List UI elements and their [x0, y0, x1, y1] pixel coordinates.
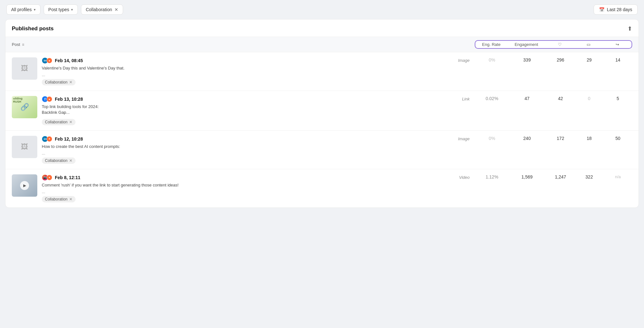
post-text: How to create the best AI content prompt… — [42, 144, 458, 149]
post-left: 🖼 in ● Feb 12, 10:28 How to create the b… — [12, 136, 458, 164]
tag-label: Collaboration — [45, 197, 68, 201]
heart-icon: ♡ — [558, 42, 562, 47]
post-content: in ● Feb 14, 08:45 Valentine's Day this … — [42, 57, 458, 85]
eng-rate-value: 1.12% — [476, 174, 508, 179]
eng-rate-label: Eng. Rate — [482, 42, 501, 47]
eng-rate-value: 0.02% — [476, 96, 508, 101]
social-icons: f ● — [42, 96, 52, 102]
collaboration-close-button[interactable]: ✕ — [114, 7, 118, 12]
card-header: Published posts ⬆ — [5, 19, 639, 37]
tag-remove-button[interactable]: ✕ — [69, 158, 72, 163]
metrics-header-box: Eng. Rate Engagement ♡ ▭ ↪ — [475, 40, 632, 49]
row-inner: 🖼 in ● Feb 12, 10:28 How to create the b… — [12, 136, 632, 164]
likes-value: 296 — [546, 57, 575, 62]
all-profiles-label: All profiles — [11, 7, 32, 12]
shares-value: 14 — [604, 57, 632, 62]
post-left: ▶ 📷 ● Feb 8, 12:11 Comment 'rush' if you… — [12, 174, 459, 202]
post-types-filter[interactable]: Post types ▾ — [44, 4, 78, 15]
shares-value: n/a — [604, 174, 632, 179]
engagement-value: 240 — [508, 136, 546, 141]
post-ellipsis: ... — [42, 72, 458, 77]
shares-value: 5 — [604, 96, 632, 101]
export-button[interactable]: ⬆ — [627, 25, 632, 32]
calendar-icon: 📅 — [599, 7, 604, 12]
thumb-text-overlay: uildingRUSH — [13, 97, 23, 104]
tag-label: Collaboration — [45, 158, 68, 163]
post-metrics: 0.02% 47 42 0 5 — [476, 96, 632, 101]
comments-value: 322 — [575, 174, 604, 179]
brand-orange-icon: ● — [47, 175, 52, 180]
post-meta: 📷 ● Feb 8, 12:11 — [42, 174, 459, 181]
post-metrics: 0% 339 296 29 14 — [476, 57, 632, 62]
comments-value: 0 — [575, 96, 604, 101]
tag-label: Collaboration — [45, 120, 68, 124]
table-row: 🔗 uildingRUSH f ● Feb 13, 10:28 Top link… — [5, 91, 639, 130]
tag-remove-button[interactable]: ✕ — [69, 120, 72, 124]
engagement-label: Engagement — [515, 42, 538, 47]
post-text: Valentine's Day this and Valentine's Day… — [42, 65, 458, 71]
post-types-chevron: ▾ — [71, 8, 73, 12]
date-range-button[interactable]: 📅 Last 28 days — [594, 4, 638, 15]
eng-rate-value: 0% — [476, 57, 508, 62]
date-range-label: Last 28 days — [607, 7, 632, 12]
post-metrics: 0% 240 172 18 50 — [476, 136, 632, 141]
post-types-label: Post types — [48, 7, 69, 12]
all-profiles-chevron: ▾ — [34, 8, 36, 12]
post-thumbnail: ▶ — [12, 174, 37, 197]
post-meta: in ● Feb 14, 08:45 — [42, 57, 458, 64]
eng-rate-value: 0% — [476, 136, 508, 141]
post-ellipsis: ... — [42, 151, 458, 156]
tag-label: Collaboration — [45, 80, 68, 84]
image-placeholder-icon: 🖼 — [21, 143, 28, 151]
post-type: Link — [462, 96, 470, 101]
likes-header: ♡ — [545, 42, 574, 47]
comments-value: 18 — [575, 136, 604, 141]
engagement-value: 1,569 — [508, 174, 546, 179]
post-date: Feb 13, 10:28 — [55, 97, 83, 102]
published-posts-card: Published posts ⬆ Post ≡ Eng. Rate Engag… — [5, 19, 639, 208]
collaboration-tag: Collaboration ✕ — [42, 157, 76, 164]
post-middle: Image — [458, 57, 476, 63]
comments-value: 29 — [575, 57, 604, 62]
post-type: Image — [458, 136, 470, 141]
collaboration-filter-active: Collaboration ✕ — [81, 4, 123, 15]
eng-rate-header: Eng. Rate — [475, 42, 507, 47]
post-type: Image — [458, 57, 470, 63]
post-sort-icon[interactable]: ≡ — [22, 42, 24, 47]
post-type: Video — [459, 174, 470, 180]
filter-group: All profiles ▾ Post types ▾ Collaboratio… — [6, 4, 123, 15]
post-left: 🔗 uildingRUSH f ● Feb 13, 10:28 Top link… — [12, 96, 462, 125]
tag-remove-button[interactable]: ✕ — [69, 80, 72, 84]
post-metrics: 1.12% 1,569 1,247 322 n/a — [476, 174, 632, 179]
social-icons: 📷 ● — [42, 174, 52, 181]
top-bar: All profiles ▾ Post types ▾ Collaboratio… — [0, 0, 644, 19]
brand-orange-icon: ● — [47, 136, 52, 142]
post-thumbnail: 🔗 uildingRUSH — [12, 96, 37, 118]
brand-orange-icon: ● — [47, 96, 52, 102]
post-ellipsis: ... — [42, 189, 459, 194]
row-inner: 🔗 uildingRUSH f ● Feb 13, 10:28 Top link… — [12, 96, 632, 125]
collaboration-tag: Collaboration ✕ — [42, 79, 76, 85]
post-column-header: Post ≡ — [12, 42, 475, 47]
post-col-label: Post — [12, 42, 20, 47]
engagement-header: Engagement — [507, 42, 545, 47]
post-left: 🖼 in ● Feb 14, 08:45 Valentine's Day thi… — [12, 57, 458, 85]
table-row: 🖼 in ● Feb 12, 10:28 How to create the b… — [5, 131, 639, 169]
play-button-icon: ▶ — [20, 181, 29, 190]
all-profiles-filter[interactable]: All profiles ▾ — [6, 4, 40, 15]
image-placeholder-icon: 🖼 — [21, 64, 28, 73]
post-content: 📷 ● Feb 8, 12:11 Comment 'rush' if you w… — [42, 174, 459, 202]
post-middle: Link — [462, 96, 476, 101]
post-middle: Image — [458, 136, 476, 141]
post-content: f ● Feb 13, 10:28 Top link building tool… — [42, 96, 462, 125]
engagement-value: 339 — [508, 57, 546, 62]
tag-remove-button[interactable]: ✕ — [69, 197, 72, 201]
table-row: ▶ 📷 ● Feb 8, 12:11 Comment 'rush' if you… — [5, 169, 639, 208]
post-thumbnail: 🖼 — [12, 57, 37, 80]
post-meta: in ● Feb 12, 10:28 — [42, 136, 458, 142]
post-text: Top link building tools for 2024:Backlin… — [42, 104, 462, 115]
row-inner: ▶ 📷 ● Feb 8, 12:11 Comment 'rush' if you… — [12, 174, 632, 202]
likes-value: 1,247 — [546, 174, 575, 179]
comment-icon: ▭ — [587, 42, 590, 47]
likes-value: 172 — [546, 136, 575, 141]
